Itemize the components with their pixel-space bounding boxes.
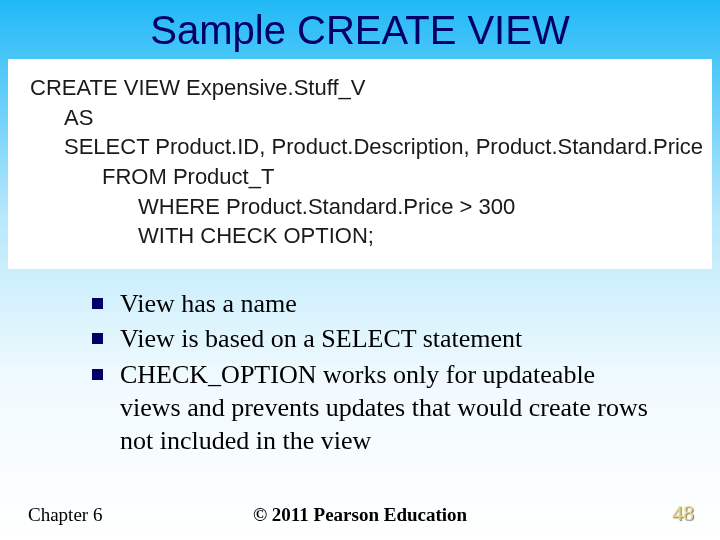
code-line: AS bbox=[30, 103, 690, 133]
code-line: WITH CHECK OPTION; bbox=[30, 221, 690, 251]
code-line: FROM Product_T bbox=[30, 162, 690, 192]
bullet-item: View has a name bbox=[88, 287, 662, 320]
bullet-item: View is based on a SELECT statement bbox=[88, 322, 662, 355]
code-line: WHERE Product.Standard.Price > 300 bbox=[30, 192, 690, 222]
slide-title: Sample CREATE VIEW bbox=[0, 0, 720, 59]
footer-page-number: 48 bbox=[672, 500, 694, 526]
bullet-text: View has a name bbox=[120, 289, 297, 318]
bullet-item: CHECK_OPTION works only for updateable v… bbox=[88, 358, 662, 458]
bullet-text: CHECK_OPTION works only for updateable v… bbox=[120, 360, 648, 456]
code-line: CREATE VIEW Expensive.Stuff_V bbox=[30, 73, 690, 103]
code-line: SELECT Product.ID, Product.Description, … bbox=[30, 132, 690, 162]
sql-code-block: CREATE VIEW Expensive.Stuff_V AS SELECT … bbox=[8, 59, 712, 269]
footer-copyright: © 2011 Pearson Education bbox=[0, 504, 720, 526]
bullet-text: View is based on a SELECT statement bbox=[120, 324, 522, 353]
slide: Sample CREATE VIEW CREATE VIEW Expensive… bbox=[0, 0, 720, 540]
bullet-list: View has a name View is based on a SELEC… bbox=[88, 287, 662, 457]
